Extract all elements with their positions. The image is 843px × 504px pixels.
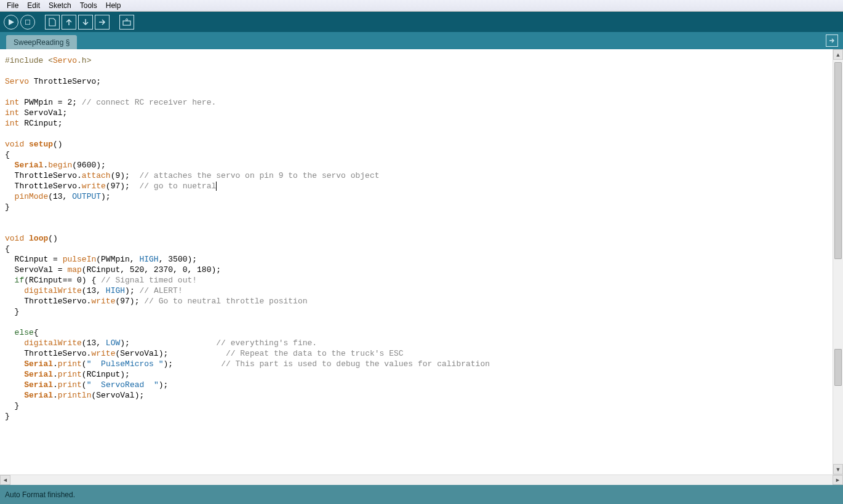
code-text: (RCinput== 0) { [24, 276, 101, 285]
scroll-left-icon[interactable]: ◄ [0, 475, 10, 485]
code-text: int [5, 98, 19, 107]
code-text: else [15, 328, 34, 337]
code-text: print [58, 380, 82, 390]
code-text: Serial [24, 359, 53, 369]
arrow-up-icon [65, 18, 73, 26]
code-text: ThrottleServo; [29, 77, 101, 86]
code-text: PWMpin = 2; [19, 98, 81, 107]
code-text: setup [29, 140, 53, 149]
code-text [5, 338, 24, 348]
stop-button[interactable] [20, 15, 35, 30]
code-text: if [15, 276, 25, 285]
new-file-icon [49, 18, 56, 26]
code-text: (97); [106, 182, 140, 191]
status-text: Auto Format finished. [5, 490, 75, 499]
code-text: } [5, 307, 19, 316]
save-button[interactable] [78, 15, 93, 30]
code-text: ServoVal = [5, 265, 67, 274]
menu-sketch[interactable]: Sketch [44, 0, 76, 11]
scroll-up-icon[interactable]: ▲ [833, 49, 843, 60]
code-text [5, 328, 15, 337]
code-editor[interactable]: #include <Servo.h> Servo ThrottleServo; … [0, 49, 833, 474]
code-text: . [53, 391, 58, 400]
menu-tools[interactable]: Tools [76, 0, 102, 11]
code-text: Serial [24, 391, 53, 400]
code-text: ThrottleServo. [5, 171, 82, 180]
code-text: Servo [5, 77, 29, 86]
code-text: " PulseMicros " [87, 359, 164, 369]
code-text: Serial [24, 370, 53, 379]
code-text: Servo [53, 56, 77, 65]
code-text: () [48, 234, 58, 243]
vertical-scrollbar[interactable]: ▲ ▼ [833, 49, 843, 474]
code-text: Serial [15, 161, 44, 170]
code-text: ThrottleServo. [5, 297, 91, 306]
code-text: (ServoVal); [115, 349, 225, 358]
code-text: HIGH [139, 255, 158, 264]
code-text: ); [125, 286, 139, 295]
code-text: int [5, 108, 19, 118]
code-text: ServoVal; [19, 108, 67, 118]
code-text: (RCinput, 520, 2370, 0, 180); [82, 265, 221, 274]
code-text: // Go to neutral throttle position [144, 297, 307, 306]
code-text: } [5, 401, 19, 410]
open-button[interactable] [62, 15, 76, 30]
menu-file[interactable]: File [2, 0, 23, 11]
scroll-right-icon[interactable]: ► [833, 475, 843, 485]
toolbar [0, 12, 843, 32]
verify-button[interactable] [4, 15, 18, 30]
code-text: ); [164, 359, 222, 369]
code-text: ThrottleServo. [5, 349, 91, 358]
code-text: { [5, 244, 10, 254]
play-icon [9, 19, 14, 25]
code-text: digitalWrite [24, 338, 82, 348]
status-bar: Auto Format finished. [0, 485, 843, 504]
code-text: RCinput = [5, 255, 63, 264]
code-text: { [34, 328, 39, 337]
code-text: (13, [82, 338, 106, 348]
code-text: (13, [82, 286, 106, 295]
code-text: " ServoRead " [87, 380, 159, 390]
tab-sweepreading[interactable]: SweepReading § [6, 35, 77, 49]
scroll-track[interactable] [833, 60, 843, 464]
svg-marker-0 [9, 19, 14, 25]
code-text: } [5, 202, 10, 212]
code-text: write [91, 297, 115, 306]
code-text: // connect RC receiver here. [82, 98, 216, 107]
scroll-thumb[interactable] [834, 349, 842, 386]
code-text: // ALERT! [139, 286, 182, 295]
code-text: ( [82, 380, 87, 390]
tab-menu-button[interactable] [826, 34, 838, 47]
scroll-thumb[interactable] [834, 62, 842, 259]
code-text [5, 391, 24, 400]
code-text: ); [101, 192, 111, 201]
scroll-track[interactable] [10, 475, 833, 485]
serial-monitor-button[interactable] [119, 15, 134, 30]
code-text: .h> [77, 56, 91, 65]
code-text: // This part is used to debug the values… [221, 359, 490, 369]
code-text: void [5, 234, 24, 243]
new-button[interactable] [45, 15, 60, 30]
code-text: pulseIn [63, 255, 97, 264]
menu-edit[interactable]: Edit [23, 0, 44, 11]
code-text: begin [48, 161, 72, 170]
code-text: write [82, 182, 106, 191]
svg-point-3 [126, 18, 128, 20]
code-text: , 3500); [159, 255, 197, 264]
code-text: . [53, 380, 58, 390]
tabbar: SweepReading § [0, 32, 843, 49]
upload-button[interactable] [95, 15, 110, 30]
code-text: () [53, 140, 63, 149]
code-text: (ServoVal); [91, 391, 144, 400]
tab-arrow-icon [829, 38, 835, 44]
code-text: ); [120, 338, 216, 348]
code-text: int [5, 119, 19, 128]
text-cursor [216, 182, 217, 191]
code-text: attach [82, 171, 111, 180]
code-text: (RCinput); [82, 370, 130, 379]
menu-help[interactable]: Help [102, 0, 126, 11]
scroll-down-icon[interactable]: ▼ [833, 464, 843, 474]
code-text [5, 359, 24, 369]
horizontal-scrollbar[interactable]: ◄ ► [0, 474, 843, 485]
code-text: ThrottleServo. [5, 182, 82, 191]
